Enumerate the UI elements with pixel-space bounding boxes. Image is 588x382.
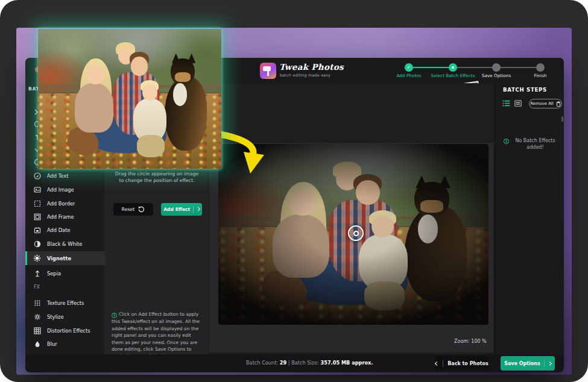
button-divider <box>544 360 545 367</box>
batch-summary: Batch Count: 29 | Batch Size: 357.05 MB … <box>246 360 373 366</box>
sidebar-item-add-date[interactable]: Add Date <box>25 223 106 237</box>
step-finish-icon[interactable] <box>536 63 545 72</box>
sidebar-item-add-image[interactable]: Add Image <box>25 183 106 196</box>
sidebar-item-label: Distortion Effects <box>47 328 90 334</box>
sidebar-item-label: Black & White <box>47 241 82 247</box>
sidebar-item-vignette[interactable]: Vignette <box>25 251 106 265</box>
back-button-label: Back to Photos <box>447 361 488 366</box>
empty-state-message: i No Batch Effects added! <box>504 137 557 151</box>
sidebar-item-stylize[interactable]: Stylize <box>25 310 106 324</box>
effect-info-text: iClick on Add Effect button to apply thi… <box>112 311 203 360</box>
family-photo <box>38 29 221 169</box>
step-connector-done <box>413 67 450 68</box>
vignette-hint-text: Drag the circle appearing on image to ch… <box>113 171 201 184</box>
texture-dots-icon <box>33 299 41 307</box>
active-step-dot <box>452 66 454 69</box>
empty-message-text: No Batch Effects added! <box>514 137 557 151</box>
batch-steps-panel: BATCH STEPS Remove All i No Batch Effect… <box>495 83 564 354</box>
check-icon: ✓ <box>407 65 411 70</box>
zoom-level-label: Zoom: 100 % <box>454 339 487 344</box>
chevron-right-icon <box>196 207 200 211</box>
reset-button[interactable]: Reset <box>113 203 153 216</box>
grid-icon <box>33 327 41 334</box>
sidebar-item-add-frame[interactable]: Add Frame <box>25 210 106 224</box>
sidebar-item-label: Add Text <box>47 173 68 179</box>
button-divider <box>193 206 194 213</box>
sidebar-item-texture-effects[interactable]: Texture Effects <box>25 296 106 310</box>
back-to-photos-button[interactable]: Back to Photos <box>435 356 488 371</box>
sidebar-item-black-white[interactable]: Black & White <box>25 237 106 251</box>
trash-icon <box>556 101 561 107</box>
calendar-icon <box>33 226 41 234</box>
info-icon: i <box>504 139 509 144</box>
chevron-right-icon <box>548 361 552 365</box>
vignette-gear-icon <box>33 254 41 262</box>
add-effect-label: Add Effect <box>163 207 190 212</box>
remove-all-label: Remove All <box>530 101 553 106</box>
list-view-icon[interactable] <box>502 100 510 107</box>
step-connector <box>500 67 537 68</box>
batch-count-value: 29 <box>280 360 286 366</box>
reset-rotate-icon <box>138 206 145 213</box>
batch-size-label: Batch Size: <box>291 360 319 366</box>
sidebar-item-label: Sepia <box>47 271 61 277</box>
footer-bar: Batch Count: 29 | Batch Size: 357.05 MB … <box>25 354 564 372</box>
sidebar-item-distortion-effects[interactable]: Distortion Effects <box>25 324 106 337</box>
separator: | <box>288 360 290 366</box>
vignette-position-handle[interactable] <box>348 225 364 241</box>
batch-count-label: Batch Count: <box>246 360 278 366</box>
screenshot-stage: Tweak Photos batch editing made easy ✓ A… <box>0 0 588 382</box>
droplet-icon <box>33 340 41 348</box>
frame-icon <box>33 213 41 221</box>
chevron-left-icon <box>435 361 439 365</box>
sidebar-item-label: Add Border <box>47 201 75 207</box>
panel-scrollbar[interactable] <box>561 116 563 122</box>
gear-icon <box>33 313 41 321</box>
step-save-options-icon[interactable] <box>492 63 501 72</box>
sidebar-item-label: Vignette <box>47 255 71 261</box>
source-photo-popout <box>38 29 221 169</box>
info-text-body: Click on Add Effect button to apply this… <box>112 312 200 359</box>
step-add-photos-icon[interactable]: ✓ <box>405 63 413 72</box>
batch-size-value: 357.05 MB approx. <box>321 360 373 366</box>
sidebar-item-label: Add Frame <box>47 214 74 220</box>
target-inner-ring <box>353 231 359 236</box>
sidebar-item-add-text[interactable]: Add Text <box>25 169 106 183</box>
sidebar-item-label: Add Date <box>47 227 71 233</box>
sidebar-item-label: Blur <box>47 341 57 347</box>
app-tagline: batch editing made easy <box>280 73 330 78</box>
sidebar-item-blur[interactable]: Blur <box>25 337 106 351</box>
step-label-finish[interactable]: Finish <box>511 73 564 78</box>
info-icon: i <box>112 313 117 318</box>
button-divider <box>443 360 443 367</box>
remove-all-button[interactable]: Remove All <box>529 99 562 108</box>
save-options-button[interactable]: Save Options <box>501 356 555 371</box>
save-button-label: Save Options <box>504 361 540 366</box>
app-title: Tweak Photos <box>279 62 344 72</box>
dashed-border-icon <box>33 199 41 207</box>
sidebar-item-label: Add Image <box>47 187 74 193</box>
image-icon <box>33 186 41 193</box>
grid-view-icon[interactable] <box>514 100 522 107</box>
sidebar-item-sepia[interactable]: Sepia <box>25 266 106 280</box>
paint-roller-handle <box>267 70 269 76</box>
fx-section-label: FX <box>34 284 40 290</box>
reset-label: Reset <box>122 207 135 212</box>
batch-steps-title: BATCH STEPS <box>503 87 547 93</box>
sepia-icon <box>33 269 41 277</box>
sidebar-item-add-border[interactable]: Add Border <box>25 196 106 210</box>
step-select-batch-effects-icon[interactable] <box>449 63 457 72</box>
pen-icon <box>33 172 41 180</box>
black-white-icon <box>33 240 41 248</box>
step-connector <box>457 67 493 68</box>
app-logo-icon <box>260 63 276 79</box>
add-effect-button[interactable]: Add Effect <box>161 203 202 216</box>
sidebar-item-label: Texture Effects <box>47 300 84 306</box>
sidebar-item-label: Stylize <box>47 314 64 320</box>
